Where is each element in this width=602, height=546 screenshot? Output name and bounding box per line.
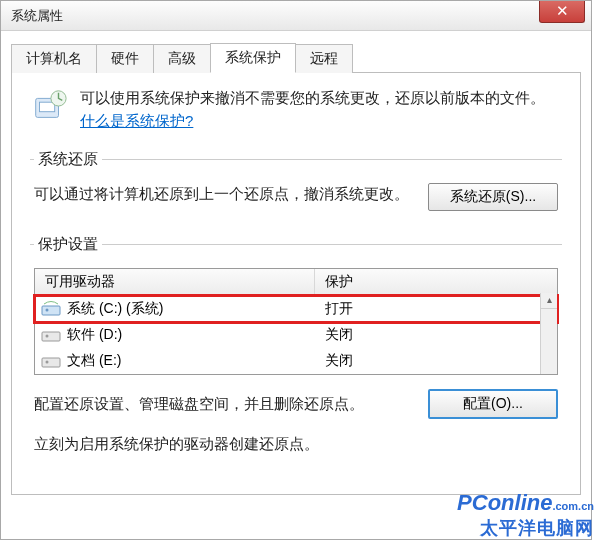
col-drive: 可用驱动器 [35,269,315,295]
tab-advanced[interactable]: 高级 [153,44,211,73]
tab-panel: 可以使用系统保护来撤消不需要您的系统更改，还原以前版本的文件。 什么是系统保护?… [11,73,581,495]
drive-status: 关闭 [315,350,557,372]
svg-point-4 [46,309,49,312]
drive-list-header: 可用驱动器 保护 [35,269,557,296]
system-restore-button[interactable]: 系统还原(S)... [428,183,558,211]
what-is-system-protection-link[interactable]: 什么是系统保护? [80,112,193,129]
configure-desc: 配置还原设置、管理磁盘空间，并且删除还原点。 [34,393,414,416]
tab-remote[interactable]: 远程 [295,44,353,73]
tab-system-protection[interactable]: 系统保护 [210,43,296,73]
protection-settings-legend: 保护设置 [34,235,102,254]
drive-hdd-icon [41,353,61,369]
tab-strip: 计算机名 硬件 高级 系统保护 远程 [11,43,581,73]
intro-text: 可以使用系统保护来撤消不需要您的系统更改，还原以前版本的文件。 什么是系统保护? [80,87,562,132]
drive-name: 系统 (C:) (系统) [67,300,163,318]
svg-point-8 [46,361,49,364]
create-desc: 立刻为启用系统保护的驱动器创建还原点。 [34,433,558,456]
drive-row-system-c[interactable]: 系统 (C:) (系统) 打开 [35,296,557,322]
drive-name: 文档 (E:) [67,352,121,370]
scrollbar[interactable]: ▴ [540,293,557,374]
svg-rect-7 [42,358,60,367]
col-status: 保护 [315,269,557,295]
close-icon: ✕ [556,2,569,19]
svg-rect-3 [42,306,60,315]
scroll-up-icon[interactable]: ▴ [541,293,557,309]
system-protect-icon [30,87,68,125]
configure-button[interactable]: 配置(O)... [428,389,558,419]
intro-row: 可以使用系统保护来撤消不需要您的系统更改，还原以前版本的文件。 什么是系统保护? [30,87,562,132]
create-row: 立刻为启用系统保护的驱动器创建还原点。 [34,433,558,456]
intro-desc: 可以使用系统保护来撤消不需要您的系统更改，还原以前版本的文件。 [80,89,545,106]
drive-row-docs-e[interactable]: 文档 (E:) 关闭 [35,348,557,374]
protection-settings-group: 保护设置 可用驱动器 保护 系统 (C:) (系统) [30,235,562,462]
drive-rows: 系统 (C:) (系统) 打开 软件 (D:) 关闭 [35,296,557,374]
drive-list[interactable]: 可用驱动器 保护 系统 (C:) (系统) 打开 [34,268,558,375]
drive-status: 打开 [315,298,557,320]
system-restore-group: 系统还原 可以通过将计算机还原到上一个还原点，撤消系统更改。 系统还原(S)..… [30,150,562,217]
window-title: 系统属性 [11,7,63,25]
titlebar: 系统属性 ✕ [1,1,591,31]
drive-name: 软件 (D:) [67,326,122,344]
drive-hdd-icon [41,327,61,343]
configure-row: 配置还原设置、管理磁盘空间，并且删除还原点。 配置(O)... [34,389,558,419]
svg-rect-5 [42,332,60,341]
drive-system-icon [41,301,61,317]
content-area: 计算机名 硬件 高级 系统保护 远程 可以使用系统保护来撤消不需要您的系统更改，… [1,31,591,505]
restore-desc: 可以通过将计算机还原到上一个还原点，撤消系统更改。 [34,183,414,206]
close-button[interactable]: ✕ [539,1,585,23]
tab-hardware[interactable]: 硬件 [96,44,154,73]
tab-computer-name[interactable]: 计算机名 [11,44,97,73]
drive-status: 关闭 [315,324,557,346]
svg-point-6 [46,335,49,338]
drive-row-software-d[interactable]: 软件 (D:) 关闭 [35,322,557,348]
system-properties-window: 系统属性 ✕ 计算机名 硬件 高级 系统保护 远程 [0,0,592,540]
system-restore-legend: 系统还原 [34,150,102,169]
